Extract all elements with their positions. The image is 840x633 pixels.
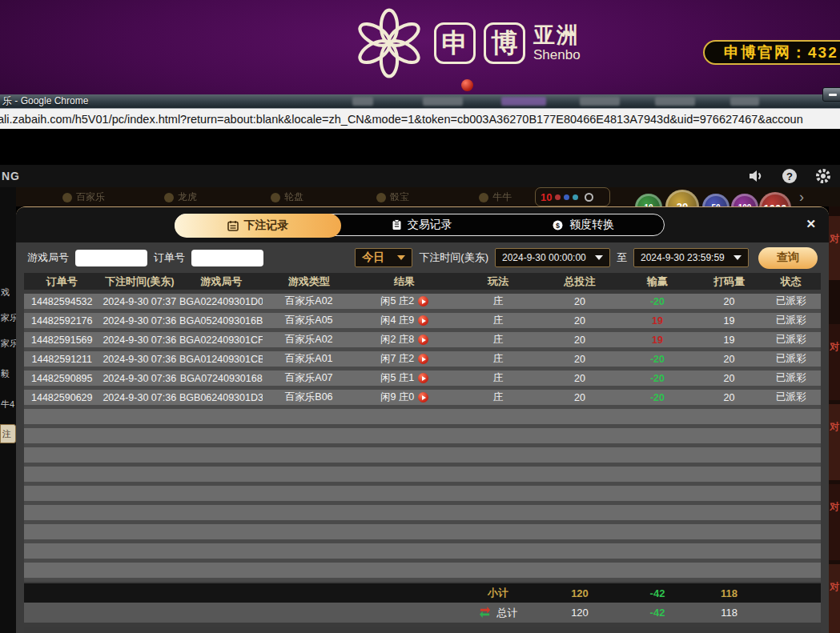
cell-game-type: 百家乐A01 xyxy=(263,352,354,366)
result-text: 闲5 庄2 xyxy=(380,294,414,308)
grand-total-row: 总计 120 -42 118 xyxy=(24,603,821,623)
shenbo-logo: 申 博 亚洲 Shenbo xyxy=(352,6,581,80)
category-bar: 10 › 百家乐龙虎轮盘骰宝牛牛1020501001000 xyxy=(0,187,840,206)
subtotal-winloss: -42 xyxy=(617,587,697,599)
table-row: 144825906292024-9-30 07:36BGB062409301D3… xyxy=(24,390,821,405)
col-header-3: 游戏类型 xyxy=(263,274,354,289)
empty-row xyxy=(24,524,821,539)
close-icon[interactable]: ✕ xyxy=(806,217,816,231)
table-row: 144825908952024-9-30 07:36BGA07240930168… xyxy=(24,371,821,386)
cell-status: 已派彩 xyxy=(761,352,821,366)
empty-row xyxy=(24,486,821,501)
left-menu-fragment[interactable]: 戏 xyxy=(1,286,10,298)
col-header-1: 下注时间(美东) xyxy=(100,274,180,289)
time-from-select[interactable]: 2024-9-30 00:00:00 xyxy=(495,248,610,267)
right-table-label: 对 xyxy=(830,500,839,514)
speaker-icon[interactable] xyxy=(747,167,765,185)
table-body: 144825945322024-9-30 07:37BGA022409301D0… xyxy=(24,294,821,582)
result-text: 闲9 庄0 xyxy=(380,391,414,404)
cell-total-bet: 20 xyxy=(542,354,618,365)
result-text: 闲7 庄2 xyxy=(380,352,414,366)
left-menu-fragment[interactable]: 注 xyxy=(0,424,16,443)
official-site-badge[interactable]: 申博官网：432 xyxy=(703,40,840,65)
cell-round: BGA0524093016B xyxy=(179,315,263,327)
replay-video-icon[interactable] xyxy=(418,354,428,364)
tab-transaction-records[interactable]: 交易记录 xyxy=(341,214,503,235)
to-label: 至 xyxy=(617,250,627,265)
category-item[interactable]: 轮盘 xyxy=(271,190,303,204)
help-icon[interactable]: ? xyxy=(781,167,798,185)
cell-status: 已派彩 xyxy=(761,391,821,404)
cell-time: 2024-9-30 07:36 xyxy=(100,354,180,365)
cell-total-bet: 20 xyxy=(542,296,618,307)
window-titlebar: 乐 - Google Chrome xyxy=(0,94,840,108)
category-label: 牛牛 xyxy=(492,190,512,204)
col-header-6: 总投注 xyxy=(542,274,618,289)
tab-quota-transfer[interactable]: $ 额度转换 xyxy=(503,214,665,235)
right-table-label: 对 xyxy=(830,232,839,246)
bet-amount-widget[interactable]: 10 xyxy=(535,187,610,206)
order-no-input[interactable] xyxy=(191,250,263,266)
col-header-9: 状态 xyxy=(761,274,821,289)
category-item[interactable]: 牛牛 xyxy=(479,190,512,204)
nav-blur-item xyxy=(655,97,695,106)
order-no-label: 订单号 xyxy=(154,250,185,265)
category-item[interactable]: 龙虎 xyxy=(164,190,197,204)
game-round-input[interactable] xyxy=(75,250,147,266)
subtotal-turnover: 118 xyxy=(697,587,762,599)
cell-winloss: 19 xyxy=(617,315,697,327)
cell-order: 14482591569 xyxy=(24,335,100,346)
flower-logo-icon xyxy=(352,6,426,80)
pagination-bar: 每页显示：15 条数据 1 « ‹ › » xyxy=(24,627,821,633)
svg-text:?: ? xyxy=(786,170,793,182)
table-row: 144825921762024-9-30 07:36BGA0524093016B… xyxy=(24,313,821,328)
left-menu-fragment[interactable]: 牛4 xyxy=(1,399,14,411)
empty-row xyxy=(24,543,821,559)
time-to-select[interactable]: 2024-9-30 23:59:59 xyxy=(633,248,749,267)
caret-down-icon xyxy=(595,255,603,260)
cell-time: 2024-9-30 07:36 xyxy=(100,315,180,327)
nav-blur-item xyxy=(352,97,373,106)
category-item[interactable]: 骰宝 xyxy=(376,190,409,204)
empty-row xyxy=(24,505,821,520)
dialog-tabbar: 下注记录 交易记录 $ 额度转换 ✕ xyxy=(16,207,829,242)
cell-status: 已派彩 xyxy=(761,314,821,327)
cell-status: 已派彩 xyxy=(761,371,821,385)
cell-play: 庄 xyxy=(454,352,541,366)
replay-video-icon[interactable] xyxy=(418,296,428,306)
search-button[interactable]: 查询 xyxy=(758,247,818,269)
filter-bar: 游戏局号 订单号 今日 下注时间(美东) 2024-9-30 00:00:00 … xyxy=(16,242,829,273)
replay-video-icon[interactable] xyxy=(418,335,428,345)
category-item[interactable]: 百家乐 xyxy=(62,190,105,204)
gear-icon[interactable] xyxy=(814,167,832,185)
url-bar[interactable]: ali.zabaih.com/h5V01/pc/index.html?retur… xyxy=(0,108,840,129)
chips-more-arrow[interactable]: › xyxy=(799,189,804,206)
result-text: 闲2 庄8 xyxy=(380,333,414,347)
replay-video-icon[interactable] xyxy=(418,392,428,403)
subtotal-total: 120 xyxy=(542,587,618,599)
cell-play: 庄 xyxy=(454,314,541,327)
grand-total-label: 总计 xyxy=(497,606,518,620)
left-menu-fragment[interactable]: 毅 xyxy=(1,368,10,380)
cell-turnover: 19 xyxy=(697,335,762,346)
replay-video-icon[interactable] xyxy=(418,373,428,383)
url-text: ali.zabaih.com/h5V01/pc/index.html?retur… xyxy=(0,113,803,126)
clipboard-icon xyxy=(392,219,402,230)
table-row: 144825915692024-9-30 07:36BGA022409301CF… xyxy=(24,332,821,347)
magnifier-icon[interactable] xyxy=(585,193,593,202)
table-row: 144825912112024-9-30 07:36BGA012409301CB… xyxy=(24,351,821,367)
cell-turnover: 20 xyxy=(697,373,762,384)
col-header-7: 输赢 xyxy=(617,274,697,289)
minimize-button[interactable] xyxy=(822,87,840,102)
cell-order: 14482592176 xyxy=(24,315,100,327)
subtotal-row: 小计 120 -42 118 xyxy=(24,583,821,603)
replay-video-icon[interactable] xyxy=(418,315,428,326)
right-table-panel xyxy=(829,216,840,280)
refresh-swap-icon[interactable] xyxy=(479,607,491,619)
range-select[interactable]: 今日 xyxy=(355,248,412,267)
tab-label: 交易记录 xyxy=(408,218,452,232)
tab-bet-records[interactable]: 下注记录 xyxy=(175,214,341,238)
cell-status: 已派彩 xyxy=(761,294,821,308)
subtotal-label: 小计 xyxy=(454,586,541,600)
col-header-0: 订单号 xyxy=(24,274,100,289)
